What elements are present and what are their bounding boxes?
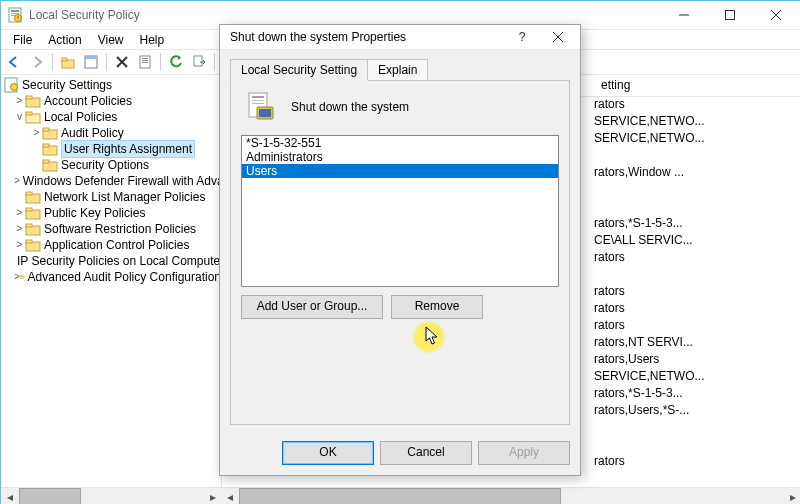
tree-item[interactable]: >Software Restriction Policies <box>1 221 221 237</box>
tree-label: Local Policies <box>44 109 117 125</box>
close-button[interactable] <box>753 1 799 29</box>
show-properties-button[interactable] <box>80 51 102 73</box>
column-header-setting[interactable]: etting <box>595 75 800 96</box>
cell-security-setting: rators,Users,*S-... <box>590 402 800 419</box>
tree-item[interactable]: >Advanced Audit Policy Configuration <box>1 269 221 285</box>
cell-security-setting <box>590 147 800 164</box>
tree-item[interactable]: Security Options <box>1 157 221 173</box>
scroll-left-icon[interactable]: ◂ <box>1 488 18 504</box>
list-item[interactable]: *S-1-5-32-551 <box>242 136 558 150</box>
dialog-titlebar[interactable]: Shut down the system Properties ? <box>220 25 580 50</box>
expander-icon[interactable]: > <box>14 237 25 253</box>
svg-rect-10 <box>85 56 97 59</box>
tree-scrollbar[interactable]: ◂ ▸ <box>1 488 221 504</box>
folder-icon <box>20 269 25 285</box>
tree-label: Public Key Policies <box>44 205 145 221</box>
minimize-button[interactable] <box>661 1 707 29</box>
cell-security-setting: rators <box>590 317 800 334</box>
tab-page: Shut down the system *S-1-5-32-551Admini… <box>230 81 570 425</box>
menu-file[interactable]: File <box>5 31 40 49</box>
dialog-button-row: OK Cancel Apply <box>220 435 580 475</box>
refresh-button[interactable] <box>165 51 187 73</box>
tree-item[interactable]: >Account Policies <box>1 93 221 109</box>
folder-icon <box>42 125 58 141</box>
cell-security-setting: rators <box>590 249 800 266</box>
tree-label: Application Control Policies <box>44 237 189 253</box>
cell-security-setting <box>590 436 800 453</box>
apply-button[interactable]: Apply <box>478 441 570 465</box>
svg-point-23 <box>11 84 18 91</box>
expander-icon[interactable]: > <box>14 221 25 237</box>
tree-item[interactable]: vLocal Policies <box>1 109 221 125</box>
scroll-right-icon[interactable]: ▸ <box>204 488 221 504</box>
dialog-help-button[interactable]: ? <box>504 25 540 49</box>
maximize-button[interactable] <box>707 1 753 29</box>
app-title: Local Security Policy <box>29 8 661 22</box>
cell-security-setting: rators,Users <box>590 351 800 368</box>
scroll-thumb[interactable] <box>239 488 561 504</box>
svg-rect-39 <box>26 208 32 211</box>
tree-item[interactable]: >Windows Defender Firewall with Advanced… <box>1 173 221 189</box>
user-or-group-list[interactable]: *S-1-5-32-551AdministratorsUsers <box>241 135 559 287</box>
cursor-icon <box>425 326 441 348</box>
expander-icon[interactable]: > <box>31 125 42 141</box>
cancel-button[interactable]: Cancel <box>380 441 472 465</box>
tree-item[interactable]: >Public Key Policies <box>1 205 221 221</box>
tab-explain[interactable]: Explain <box>367 59 428 81</box>
tab-strip: Local Security Setting Explain <box>230 58 570 81</box>
folder-icon <box>25 189 41 205</box>
svg-rect-1 <box>11 10 19 12</box>
cell-security-setting <box>590 181 800 198</box>
tree-root[interactable]: Security Settings <box>1 77 221 93</box>
tree-label: Security Options <box>61 157 149 173</box>
expander-icon[interactable]: > <box>14 93 25 109</box>
menu-view[interactable]: View <box>90 31 132 49</box>
export-list-button[interactable] <box>188 51 210 73</box>
tree-item[interactable]: >Audit Policy <box>1 125 221 141</box>
tree-label: User Rights Assignment <box>61 140 195 158</box>
svg-rect-5 <box>17 16 18 19</box>
forward-button[interactable] <box>26 51 48 73</box>
nav-tree[interactable]: Security Settings >Account Policies vLoc… <box>1 75 222 490</box>
svg-rect-49 <box>252 96 264 98</box>
svg-rect-12 <box>142 58 148 59</box>
add-user-or-group-button[interactable]: Add User or Group... <box>241 295 383 319</box>
expander-icon[interactable]: > <box>14 173 20 189</box>
tree-item[interactable]: Network List Manager Policies <box>1 189 221 205</box>
list-scrollbar[interactable]: ◂ ▸ <box>221 488 800 504</box>
svg-rect-37 <box>26 192 32 195</box>
back-button[interactable] <box>3 51 25 73</box>
tree-label: IP Security Policies on Local Computer <box>17 253 222 269</box>
scroll-right-icon[interactable]: ▸ <box>784 488 800 504</box>
tree-label: Account Policies <box>44 93 132 109</box>
svg-rect-41 <box>26 224 32 227</box>
tree-item[interactable]: >Application Control Policies <box>1 237 221 253</box>
svg-rect-47 <box>20 276 22 277</box>
scroll-thumb[interactable] <box>19 488 81 504</box>
cell-security-setting: rators <box>590 283 800 300</box>
scroll-left-icon[interactable]: ◂ <box>221 488 238 504</box>
up-level-button[interactable] <box>57 51 79 73</box>
list-item[interactable]: Users <box>242 164 558 178</box>
folder-icon <box>25 205 41 221</box>
list-item[interactable]: Administrators <box>242 150 558 164</box>
menu-help[interactable]: Help <box>132 31 173 49</box>
tree-item[interactable]: IP Security Policies on Local Computer <box>1 253 221 269</box>
ok-button[interactable]: OK <box>282 441 374 465</box>
svg-rect-33 <box>43 160 49 163</box>
expander-icon[interactable]: > <box>14 205 25 221</box>
cell-security-setting: rators <box>590 96 800 113</box>
svg-rect-43 <box>26 240 32 243</box>
svg-rect-2 <box>11 13 19 14</box>
properties-button[interactable] <box>134 51 156 73</box>
delete-button[interactable] <box>111 51 133 73</box>
dialog-close-button[interactable] <box>540 25 576 49</box>
svg-rect-6 <box>726 11 735 20</box>
menu-action[interactable]: Action <box>40 31 89 49</box>
tree-item-selected[interactable]: User Rights Assignment <box>1 141 221 157</box>
svg-rect-25 <box>26 96 32 99</box>
cell-security-setting: SERVICE,NETWO... <box>590 113 800 130</box>
tab-local-security-setting[interactable]: Local Security Setting <box>230 59 368 81</box>
remove-button[interactable]: Remove <box>391 295 483 319</box>
expander-icon[interactable]: v <box>14 109 25 125</box>
